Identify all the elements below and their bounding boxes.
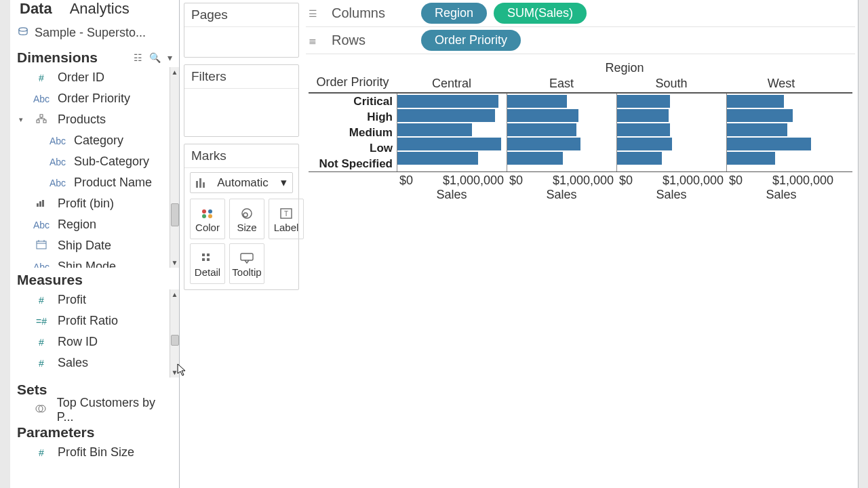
scroll-thumb[interactable] — [171, 203, 179, 226]
bar[interactable] — [507, 109, 578, 122]
bar[interactable] — [617, 138, 672, 150]
field-item[interactable]: AbcShip Mode — [10, 256, 179, 268]
region-header[interactable]: Central — [397, 75, 507, 92]
svg-point-16 — [208, 214, 212, 218]
columns-icon: ☰ — [309, 8, 322, 19]
scroll-down-icon[interactable]: ▼ — [172, 367, 178, 378]
field-item[interactable]: AbcRegion — [10, 214, 179, 235]
bar[interactable] — [397, 123, 472, 136]
field-label: Row ID — [58, 335, 98, 349]
mark-detail[interactable]: Detail — [190, 243, 225, 284]
field-label: Top Customers by P... — [57, 396, 172, 424]
bar[interactable] — [397, 95, 498, 108]
dimensions-header: Dimensions ☷ 🔍 ▾ — [10, 45, 179, 67]
svg-point-0 — [19, 28, 27, 31]
bar[interactable] — [397, 152, 478, 165]
bar[interactable] — [617, 109, 669, 122]
region-pane — [726, 94, 836, 171]
columns-shelf[interactable]: ☰ Columns RegionSUM(Sales) — [306, 0, 855, 27]
expand-icon[interactable]: ▾ — [17, 115, 25, 124]
svg-rect-22 — [207, 253, 210, 256]
region-header[interactable]: South — [616, 75, 726, 92]
mark-tooltip[interactable]: Tooltip — [229, 243, 264, 284]
row-header[interactable]: Critical — [309, 94, 397, 109]
field-item[interactable]: #Sales — [10, 352, 179, 373]
bar[interactable] — [727, 123, 787, 136]
dropdown-icon[interactable]: ▾ — [167, 52, 172, 63]
number-icon: # — [31, 73, 52, 83]
field-label: Profit — [58, 293, 86, 307]
field-label: Profit Ratio — [58, 314, 118, 328]
row-header[interactable]: Not Specified — [309, 156, 397, 171]
field-item[interactable]: AbcCategory — [10, 130, 179, 151]
bin-icon — [31, 199, 52, 209]
bar[interactable] — [617, 123, 670, 136]
bar[interactable] — [727, 138, 811, 150]
field-item[interactable]: #Order ID — [10, 67, 179, 88]
search-icon[interactable]: 🔍 — [149, 52, 161, 63]
rows-shelf[interactable]: ≣ Rows Order Priority — [306, 27, 855, 54]
viz-area: Region Order Priority CentralEastSouthWe… — [306, 54, 855, 205]
svg-rect-6 — [42, 200, 44, 207]
field-item[interactable]: #Row ID — [10, 331, 179, 352]
bar[interactable] — [507, 152, 563, 165]
row-header[interactable]: Low — [309, 140, 397, 156]
svg-point-15 — [202, 214, 206, 218]
field-label: Ship Mode — [58, 260, 116, 268]
field-item[interactable]: ▾Products — [10, 109, 179, 130]
bar[interactable] — [617, 152, 662, 165]
view-as-icon[interactable]: ☷ — [134, 52, 142, 63]
field-label: Category — [74, 134, 123, 148]
field-item[interactable]: Profit (bin) — [10, 193, 179, 214]
mark-color[interactable]: Color — [190, 199, 225, 239]
tab-analytics[interactable]: Analytics — [67, 0, 132, 19]
bar[interactable] — [727, 95, 784, 108]
tab-data[interactable]: Data — [17, 0, 55, 19]
parameters-list: #Profit Bin Size — [10, 442, 179, 463]
filters-card[interactable]: Filters — [184, 64, 299, 137]
bar[interactable] — [727, 109, 793, 122]
pages-card[interactable]: Pages — [184, 3, 299, 58]
mark-label[interactable]: T Label — [269, 199, 304, 239]
region-header[interactable]: West — [726, 75, 836, 92]
mark-size[interactable]: Size — [229, 199, 264, 239]
scroll-up-icon[interactable]: ▲ — [172, 289, 178, 300]
scroll-thumb[interactable] — [171, 335, 179, 346]
field-item[interactable]: AbcOrder Priority — [10, 88, 179, 109]
abc-icon: Abc — [47, 178, 68, 188]
pill[interactable]: Order Priority — [421, 30, 521, 51]
field-item[interactable]: Ship Date — [10, 235, 179, 256]
field-item[interactable]: Top Customers by P... — [10, 399, 179, 420]
bar[interactable] — [397, 109, 495, 122]
pill[interactable]: Region — [421, 3, 487, 24]
marks-type-label: Automatic — [217, 176, 269, 190]
x-tick: $0 — [729, 174, 743, 188]
scroll-up-icon[interactable]: ▲ — [172, 67, 178, 77]
field-item[interactable]: #Profit Bin Size — [10, 442, 179, 463]
region-pane — [397, 94, 507, 171]
chart-body: CriticalHighMediumLowNot Specified — [309, 92, 852, 171]
region-header[interactable]: East — [507, 75, 616, 92]
bar[interactable] — [507, 123, 576, 136]
field-item[interactable]: =#Profit Ratio — [10, 310, 179, 331]
scroll-down-icon[interactable]: ▼ — [172, 258, 178, 268]
bar[interactable] — [507, 138, 580, 150]
marks-type-select[interactable]: Automatic ▾ — [190, 172, 293, 193]
bar[interactable] — [507, 95, 567, 108]
data-source-row[interactable]: Sample - Supersto... — [10, 22, 179, 45]
field-item[interactable]: AbcProduct Name — [10, 172, 179, 193]
number-icon: # — [31, 447, 52, 458]
x-tick: $1,000,000 — [443, 174, 504, 188]
field-item[interactable]: #Profit — [10, 289, 179, 310]
row-header[interactable]: Medium — [309, 125, 397, 140]
region-pane — [616, 94, 726, 171]
column-headers: Order Priority CentralEastSouthWest — [309, 75, 852, 92]
row-header[interactable]: High — [309, 109, 397, 125]
field-item[interactable]: AbcSub-Category — [10, 151, 179, 172]
abc-icon: Abc — [47, 136, 68, 146]
bar[interactable] — [617, 95, 670, 108]
pill[interactable]: SUM(Sales) — [494, 3, 587, 24]
datasource-icon — [17, 26, 29, 40]
bar[interactable] — [727, 152, 775, 165]
bar[interactable] — [397, 138, 501, 150]
